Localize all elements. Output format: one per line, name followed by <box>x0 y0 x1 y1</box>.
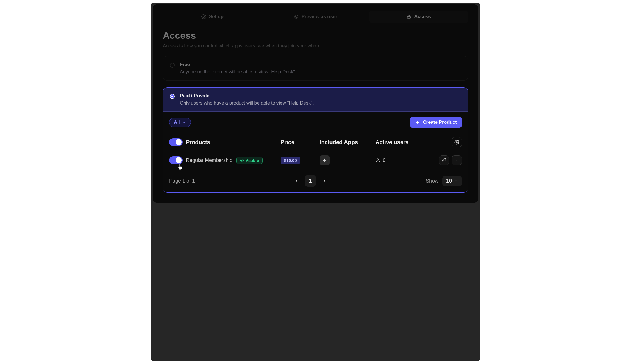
visibility-label: Visible <box>246 158 259 163</box>
tab-access[interactable]: Access <box>369 11 468 23</box>
filter-all-dropdown[interactable]: All <box>169 118 191 127</box>
active-users-count: 0 <box>383 157 385 163</box>
row-menu-button[interactable] <box>452 155 462 165</box>
toggle-product[interactable] <box>169 156 183 164</box>
button-label: Create Product <box>423 120 457 125</box>
next-page-button[interactable] <box>319 176 329 186</box>
gear-icon <box>201 14 206 19</box>
svg-point-9 <box>457 159 457 159</box>
link-icon <box>441 158 446 163</box>
create-product-button[interactable]: Create Product <box>410 117 462 128</box>
svg-point-1 <box>295 15 298 18</box>
option-title: Free <box>180 62 296 67</box>
chevron-down-icon <box>454 179 458 183</box>
access-option-free[interactable]: Free Anyone on the internet will be able… <box>163 56 468 81</box>
pagination: 1 <box>292 175 329 187</box>
tab-preview[interactable]: Preview as user <box>266 11 365 23</box>
kebab-icon <box>454 158 459 163</box>
product-name: Regular Membership <box>186 157 232 163</box>
tab-setup[interactable]: Set up <box>163 11 262 23</box>
toggle-all-products[interactable] <box>169 138 183 146</box>
page-size-select[interactable]: 10 <box>442 176 462 186</box>
col-price: Price <box>281 139 320 145</box>
chevron-down-icon <box>182 120 186 124</box>
access-option-paid[interactable]: Paid / Private Only users who have a pro… <box>163 88 468 112</box>
svg-point-10 <box>457 160 457 161</box>
svg-point-8 <box>377 159 379 160</box>
option-desc: Only users who have a product will be ab… <box>180 100 314 106</box>
col-products: Products <box>186 139 281 145</box>
eye-icon <box>240 158 244 162</box>
col-apps: Included Apps <box>320 139 375 145</box>
user-icon <box>375 158 380 163</box>
products-table-header: Products Price Included Apps Active user… <box>163 133 468 151</box>
bolt-icon <box>322 158 327 163</box>
radio-icon[interactable] <box>170 94 175 99</box>
option-title: Paid / Private <box>180 93 314 99</box>
copy-link-button[interactable] <box>439 155 449 165</box>
page-indicator: Page 1 of 1 <box>169 178 195 184</box>
radio-icon[interactable] <box>170 63 175 68</box>
chevron-left-icon <box>294 179 299 183</box>
tab-label: Access <box>414 14 431 20</box>
target-icon <box>294 14 299 19</box>
page-size-value: 10 <box>446 178 452 184</box>
chevron-right-icon <box>322 179 327 183</box>
tabs-bar: Set up Preview as user Access <box>163 11 468 23</box>
filter-label: All <box>174 120 180 125</box>
included-app-chip[interactable] <box>320 155 330 165</box>
option-desc: Anyone on the internet will be able to v… <box>180 69 296 75</box>
tab-label: Set up <box>209 14 224 20</box>
plus-icon <box>415 120 420 125</box>
show-label: Show <box>426 178 438 184</box>
access-settings-panel: Set up Preview as user Access Access Acc… <box>153 4 478 203</box>
svg-point-2 <box>295 16 297 18</box>
tab-label: Preview as user <box>302 14 338 20</box>
table-row: Regular Membership Visible $10.00 <box>163 151 468 169</box>
svg-point-11 <box>457 161 457 162</box>
visibility-badge: Visible <box>236 157 263 164</box>
svg-point-0 <box>203 16 205 18</box>
table-footer: Page 1 of 1 1 Show <box>163 169 468 192</box>
page-title: Access <box>163 30 468 41</box>
gear-icon <box>454 140 459 145</box>
table-settings-button[interactable] <box>452 137 462 147</box>
page-subtitle: Access is how you control which apps use… <box>163 43 468 49</box>
lock-icon <box>406 14 411 19</box>
svg-point-6 <box>456 142 458 143</box>
products-toolbar: All Create Product <box>163 112 468 133</box>
price-badge: $10.00 <box>281 157 300 164</box>
prev-page-button[interactable] <box>292 176 302 186</box>
col-active-users: Active users <box>375 139 431 145</box>
access-option-paid-section: Paid / Private Only users who have a pro… <box>163 87 468 193</box>
svg-rect-3 <box>407 16 411 18</box>
current-page[interactable]: 1 <box>305 175 316 187</box>
svg-point-7 <box>241 160 242 161</box>
